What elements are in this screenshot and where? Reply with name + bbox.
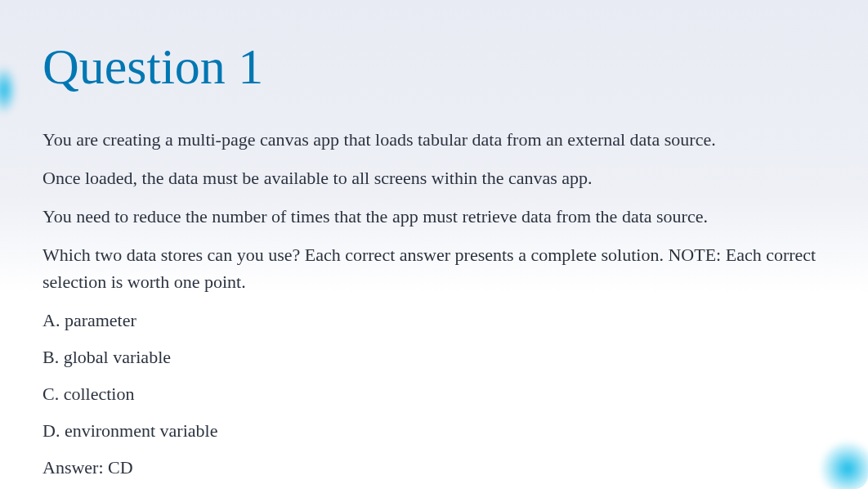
option-a: A. parameter bbox=[43, 307, 825, 334]
question-paragraph-1: You are creating a multi-page canvas app… bbox=[43, 126, 825, 153]
question-paragraph-4: Which two data stores can you use? Each … bbox=[43, 241, 825, 295]
question-title: Question 1 bbox=[43, 41, 825, 92]
option-b: B. global variable bbox=[43, 343, 825, 370]
question-paragraph-3: You need to reduce the number of times t… bbox=[43, 203, 825, 230]
question-paragraph-2: Once loaded, the data must be available … bbox=[43, 164, 825, 191]
option-c: C. collection bbox=[43, 380, 825, 407]
accent-decoration-left bbox=[0, 65, 16, 114]
answer-text: Answer: CD bbox=[43, 454, 825, 481]
option-d: D. environment variable bbox=[43, 417, 825, 444]
accent-decoration-right bbox=[819, 440, 868, 489]
